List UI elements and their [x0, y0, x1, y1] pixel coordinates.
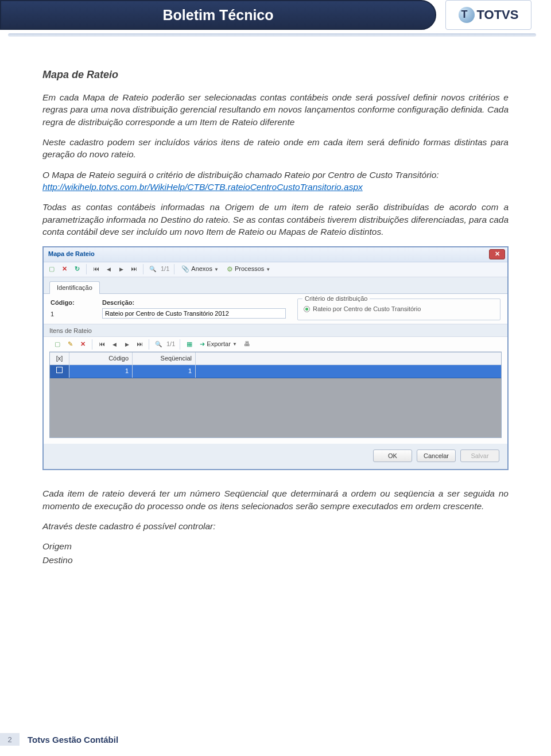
- grid-section: 1/1 Exportar ▼ [x] Código Seqüencial: [44, 337, 507, 444]
- search-icon[interactable]: [148, 265, 157, 274]
- itens-rateio-header: Itens de Rateio: [44, 324, 507, 337]
- ok-button[interactable]: OK: [373, 449, 412, 462]
- page-number: 2: [0, 733, 20, 746]
- refresh-icon[interactable]: [72, 265, 82, 274]
- tab-identificacao[interactable]: Identificação: [49, 281, 100, 294]
- chevron-down-icon: ▼: [266, 266, 270, 273]
- close-button[interactable]: ✕: [489, 249, 505, 259]
- process-label: Processos: [235, 265, 264, 273]
- paragraph-3: O Mapa de Rateio seguirá o critério de d…: [42, 169, 509, 193]
- window-titlebar: Mapa de Rateio ✕: [44, 247, 507, 262]
- separator: [143, 264, 143, 274]
- separator: [174, 264, 174, 274]
- grid-new-icon[interactable]: [53, 340, 62, 349]
- grid-col-sequencial[interactable]: Seqüencial: [133, 352, 196, 365]
- row-codigo: 1: [69, 365, 133, 377]
- document-body: Mapa de Rateio Em cada Mapa de Rateio po…: [0, 45, 551, 566]
- page-header: Boletim Técnico T TOTVS: [0, 0, 551, 45]
- print-icon[interactable]: [243, 340, 252, 349]
- criterio-groupbox: Critério de distribuição Rateio por Cent…: [297, 298, 500, 320]
- descricao-label: Descrição:: [102, 298, 286, 307]
- separator: [149, 339, 149, 350]
- save-button: Salvar: [460, 449, 499, 462]
- grid-nav-next-icon[interactable]: [122, 340, 131, 349]
- separator: [92, 339, 92, 350]
- page-footer: 2 Totvs Gestão Contábil: [0, 733, 118, 746]
- separator: [86, 264, 87, 274]
- row-sequencial: 1: [133, 365, 196, 377]
- cancel-button[interactable]: Cancelar: [417, 449, 456, 462]
- wikihelp-link[interactable]: http://wikihelp.totvs.com.br/WikiHelp/CT…: [42, 182, 363, 192]
- list-item: Destino: [42, 554, 509, 566]
- criterio-option-label: Rateio por Centro de Custo Transitório: [313, 305, 421, 313]
- paragraph-6: Através deste cadastro é possível contro…: [42, 520, 509, 532]
- header-title: Boletim Técnico: [162, 7, 273, 24]
- row-checkbox[interactable]: [56, 367, 63, 373]
- paperclip-icon: [181, 265, 189, 273]
- attach-label: Anexos: [191, 265, 212, 273]
- descricao-input[interactable]: [102, 308, 286, 319]
- paragraph-2: Neste cadastro podem ser incluídos vário…: [42, 136, 509, 161]
- gear-icon: [227, 265, 233, 274]
- grid-page-indicator: 1/1: [166, 340, 175, 348]
- grid: [x] Código Seqüencial 1 1: [49, 352, 502, 438]
- paragraph-1: Em cada Mapa de Rateio poderão ser selec…: [42, 91, 509, 128]
- page-indicator: 1/1: [161, 265, 169, 273]
- export-label: Exportar: [207, 340, 231, 348]
- nav-prev-icon[interactable]: [104, 265, 113, 274]
- tab-strip: Identificação: [44, 277, 507, 294]
- origem-destino-list: Origem Destino: [42, 540, 509, 566]
- excel-icon[interactable]: [185, 340, 194, 349]
- delete-icon[interactable]: [60, 265, 69, 274]
- globe-icon: T: [459, 7, 475, 23]
- paragraph-4: Todas as contas contábeis informadas na …: [42, 201, 509, 238]
- nav-last-icon[interactable]: [129, 265, 138, 274]
- export-dropdown[interactable]: Exportar ▼: [197, 340, 239, 348]
- separator: [180, 339, 180, 350]
- nav-first-icon[interactable]: [91, 265, 100, 274]
- grid-nav-last-icon[interactable]: [135, 340, 144, 349]
- grid-col-codigo[interactable]: Código: [69, 352, 133, 365]
- form-area: Código: 1 Descrição: Critério de distrib…: [44, 294, 507, 324]
- criterio-radio[interactable]: Rateio por Centro de Custo Transitório: [304, 305, 494, 313]
- logo-text: TOTVS: [477, 7, 519, 22]
- new-icon[interactable]: [47, 265, 56, 274]
- process-dropdown[interactable]: Processos ▼: [224, 265, 273, 274]
- grid-toolbar: 1/1 Exportar ▼: [49, 337, 502, 352]
- paragraph-5: Cada item de rateio deverá ter um número…: [42, 487, 509, 512]
- product-name: Totvs Gestão Contábil: [28, 735, 118, 745]
- header-ribbon: Boletim Técnico: [0, 0, 436, 30]
- header-divider: [8, 33, 536, 37]
- codigo-value: 1: [51, 308, 91, 320]
- chevron-down-icon: ▼: [214, 266, 219, 273]
- grid-edit-icon[interactable]: [65, 340, 75, 349]
- export-icon: [200, 340, 205, 348]
- mapa-rateio-window: Mapa de Rateio ✕ 1/1 Anexos ▼ Processo: [42, 246, 509, 471]
- chevron-down-icon: ▼: [232, 341, 237, 347]
- grid-nav-first-icon[interactable]: [97, 340, 106, 349]
- totvs-logo: T TOTVS: [445, 0, 531, 30]
- grid-nav-prev-icon[interactable]: [110, 340, 119, 349]
- nav-next-icon[interactable]: [117, 265, 126, 274]
- grid-header-row: [x] Código Seqüencial: [50, 352, 501, 365]
- grid-delete-icon[interactable]: [78, 340, 87, 349]
- grid-col-check[interactable]: [x]: [50, 352, 69, 365]
- table-row[interactable]: 1 1: [50, 365, 501, 378]
- main-toolbar: 1/1 Anexos ▼ Processos ▼: [44, 262, 507, 277]
- attach-dropdown[interactable]: Anexos ▼: [179, 265, 221, 273]
- button-bar: OK Cancelar Salvar: [44, 444, 507, 469]
- radio-icon: [304, 306, 310, 312]
- window-title: Mapa de Rateio: [48, 250, 95, 258]
- grid-search-icon[interactable]: [154, 340, 163, 349]
- paragraph-3-text: O Mapa de Rateio seguirá o critério de d…: [42, 170, 439, 180]
- list-item: Origem: [42, 540, 509, 552]
- section-title: Mapa de Rateio: [42, 68, 509, 82]
- codigo-label: Código:: [51, 298, 91, 307]
- criterio-legend: Critério de distribuição: [302, 294, 370, 303]
